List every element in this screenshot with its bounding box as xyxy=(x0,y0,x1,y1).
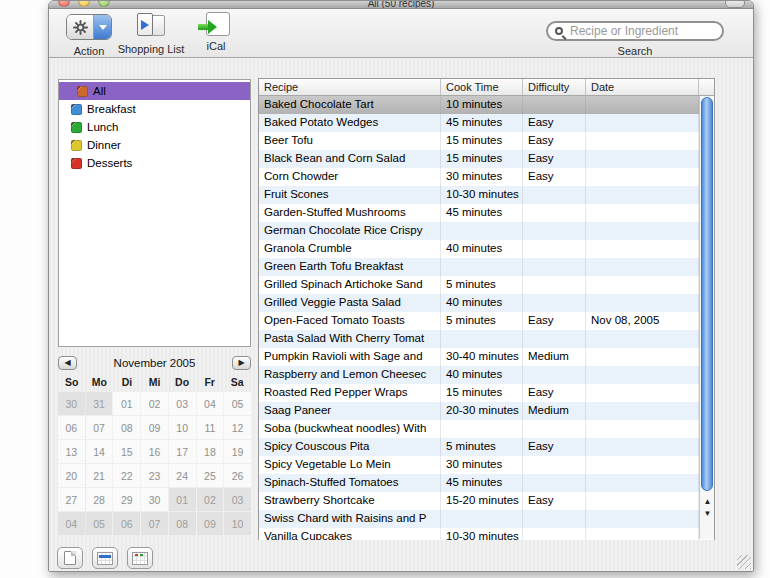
search-input[interactable] xyxy=(570,24,710,38)
calendar-cell[interactable]: 11 xyxy=(197,416,224,439)
table-row[interactable]: German Chocolate Rice Crispy xyxy=(259,222,714,240)
calendar-cell[interactable]: 10 xyxy=(224,512,251,535)
calendar-cell[interactable]: 09 xyxy=(197,512,224,535)
action-button[interactable] xyxy=(66,14,112,40)
calendar-cell[interactable]: 08 xyxy=(169,512,196,535)
calendar-cell[interactable]: 16 xyxy=(141,440,168,463)
resize-grip[interactable] xyxy=(737,555,751,569)
calendar-cell[interactable]: 06 xyxy=(113,512,140,535)
calendar-cell[interactable]: 20 xyxy=(58,464,85,487)
calendar-cell[interactable]: 02 xyxy=(141,392,168,415)
calendar-cell[interactable]: 12 xyxy=(224,416,251,439)
table-row[interactable]: Baked Potato Wedges 45 minutes Easy xyxy=(259,114,714,132)
calendar-cell[interactable]: 03 xyxy=(169,392,196,415)
calendar-cell[interactable]: 01 xyxy=(113,392,140,415)
action-label: Action xyxy=(66,45,112,57)
calendar-cell[interactable]: 31 xyxy=(86,392,113,415)
calendar-cell[interactable]: 25 xyxy=(197,464,224,487)
scroll-down-button[interactable]: ▼ xyxy=(700,508,715,520)
month-view-button[interactable] xyxy=(127,547,153,569)
calendar-cell[interactable]: 10 xyxy=(169,416,196,439)
table-row[interactable]: Roasted Red Pepper Wraps 15 minutes Easy xyxy=(259,384,714,402)
table-row[interactable]: Beer Tofu 15 minutes Easy xyxy=(259,132,714,150)
table-row[interactable]: Raspberry and Lemon Cheesec 40 minutes xyxy=(259,366,714,384)
calendar-cell[interactable]: 02 xyxy=(197,488,224,511)
sidebar-item[interactable]: Dinner xyxy=(59,136,250,154)
sidebar-item[interactable]: Desserts xyxy=(59,154,250,172)
calendar-cell[interactable]: 01 xyxy=(169,488,196,511)
table-row[interactable]: Open-Faced Tomato Toasts 5 minutes Easy … xyxy=(259,312,714,330)
table-row[interactable]: Strawberry Shortcake 15-20 minutes Easy xyxy=(259,492,714,510)
sidebar-item[interactable]: Lunch xyxy=(59,118,250,136)
table-row[interactable]: Garden-Stuffed Mushrooms 45 minutes xyxy=(259,204,714,222)
calendar-cell[interactable]: 30 xyxy=(58,392,85,415)
column-header-recipe[interactable]: Recipe xyxy=(259,79,441,95)
calendar-cell[interactable]: 27 xyxy=(58,488,85,511)
calendar-cell[interactable]: 13 xyxy=(58,440,85,463)
table-row[interactable]: Grilled Spinach Artichoke Sand 5 minutes xyxy=(259,276,714,294)
table-row[interactable]: Saag Paneer 20-30 minutes Medium xyxy=(259,402,714,420)
table-row[interactable]: Grilled Veggie Pasta Salad 40 minutes xyxy=(259,294,714,312)
calendar-cell[interactable]: 07 xyxy=(86,416,113,439)
table-row[interactable]: Granola Crumble 40 minutes xyxy=(259,240,714,258)
vertical-scrollbar[interactable]: ▲ ▼ xyxy=(699,96,714,539)
calendar-cell[interactable]: 07 xyxy=(141,512,168,535)
table-row[interactable]: Black Bean and Corn Salad 15 minutes Eas… xyxy=(259,150,714,168)
document-view-button[interactable] xyxy=(57,547,83,569)
table-row[interactable]: Swiss Chard with Raisins and P xyxy=(259,510,714,528)
scroll-up-button[interactable]: ▲ xyxy=(700,496,715,508)
sidebar-item[interactable]: All xyxy=(59,82,250,100)
calendar-cell[interactable]: 04 xyxy=(197,392,224,415)
cell-date xyxy=(586,348,699,366)
search-field[interactable] xyxy=(546,21,724,41)
calendar-cell[interactable]: 26 xyxy=(224,464,251,487)
toolbar-toggle-button[interactable] xyxy=(725,1,745,8)
screen: All (50 recipes) xyxy=(0,0,770,578)
calendar-cell[interactable]: 08 xyxy=(113,416,140,439)
day-header: Do xyxy=(168,376,196,390)
table-row[interactable]: Corn Chowder 30 minutes Easy xyxy=(259,168,714,186)
scrollbar-thumb[interactable] xyxy=(701,97,713,491)
calendar-cell[interactable]: 05 xyxy=(224,392,251,415)
calendar-cell[interactable]: 23 xyxy=(141,464,168,487)
cell-cook-time: 30 minutes xyxy=(441,456,523,474)
calendar-cell[interactable]: 04 xyxy=(58,512,85,535)
column-header-difficulty[interactable]: Difficulty xyxy=(523,79,586,95)
calendar-cell[interactable]: 14 xyxy=(86,440,113,463)
table-row[interactable]: Soba (buckwheat noodles) With xyxy=(259,420,714,438)
table-row[interactable]: Fruit Scones 10-30 minutes xyxy=(259,186,714,204)
toolbar: Action Shopping List xyxy=(49,9,753,58)
shopping-list-button[interactable]: Shopping List xyxy=(107,12,195,55)
column-header-date[interactable]: Date xyxy=(586,79,699,95)
table-row[interactable]: Spicy Couscous Pita 5 minutes Easy xyxy=(259,438,714,456)
calendar-cell[interactable]: 18 xyxy=(197,440,224,463)
calendar-cell[interactable]: 15 xyxy=(113,440,140,463)
calendar-next-button[interactable]: ▶ xyxy=(232,356,251,370)
calendar-cell[interactable]: 17 xyxy=(169,440,196,463)
calendar-cell[interactable]: 29 xyxy=(113,488,140,511)
sidebar-item[interactable]: Breakfast xyxy=(59,100,250,118)
calendar-cell[interactable]: 30 xyxy=(141,488,168,511)
calendar-prev-button[interactable]: ◀ xyxy=(58,356,77,370)
ical-button[interactable]: iCal xyxy=(195,12,237,52)
calendar-cell[interactable]: 24 xyxy=(169,464,196,487)
week-view-button[interactable] xyxy=(92,547,118,569)
table-row[interactable]: Pasta Salad With Cherry Tomat xyxy=(259,330,714,348)
table-row[interactable]: Green Earth Tofu Breakfast xyxy=(259,258,714,276)
calendar-cell[interactable]: 05 xyxy=(86,512,113,535)
calendar-cell[interactable]: 09 xyxy=(141,416,168,439)
calendar-cell[interactable]: 21 xyxy=(86,464,113,487)
table-row[interactable]: Spinach-Stuffed Tomatoes 45 minutes xyxy=(259,474,714,492)
calendar-cell[interactable]: 03 xyxy=(224,488,251,511)
calendar-cell[interactable]: 28 xyxy=(86,488,113,511)
calendar-cell[interactable]: 19 xyxy=(224,440,251,463)
table-row[interactable]: Vanilla Cupcakes 10-30 minutes xyxy=(259,528,714,540)
calendar-cell[interactable]: 22 xyxy=(113,464,140,487)
table-row[interactable]: Baked Chocolate Tart 10 minutes xyxy=(259,96,714,114)
table-row[interactable]: Spicy Vegetable Lo Mein 30 minutes xyxy=(259,456,714,474)
calendar-cell[interactable]: 06 xyxy=(58,416,85,439)
table-row[interactable]: Pumpkin Ravioli with Sage and 30-40 minu… xyxy=(259,348,714,366)
title-bar[interactable]: All (50 recipes) xyxy=(49,1,753,9)
cell-difficulty xyxy=(523,96,586,114)
column-header-cook-time[interactable]: Cook Time xyxy=(441,79,523,95)
